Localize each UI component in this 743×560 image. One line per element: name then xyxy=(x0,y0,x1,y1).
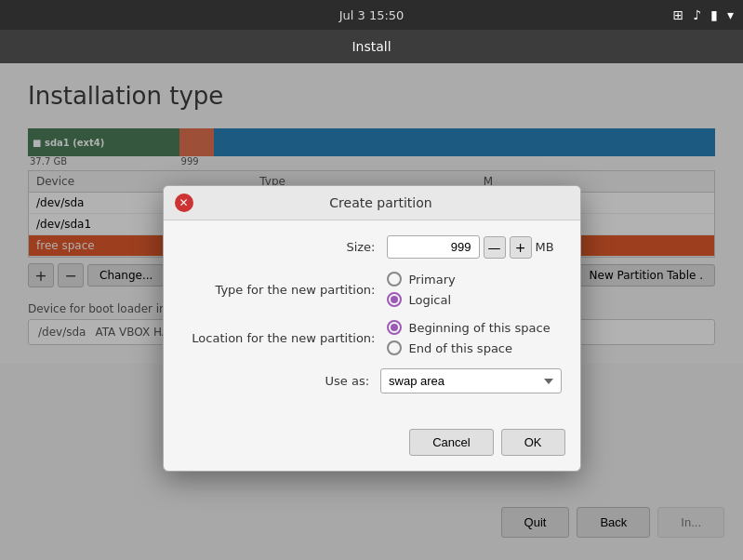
titlebar: Install xyxy=(0,30,743,63)
size-input[interactable] xyxy=(387,235,480,259)
modal-close-button[interactable]: ✕ xyxy=(175,193,193,212)
type-logical-label: Logical xyxy=(409,293,452,307)
type-radio-group: Primary Logical xyxy=(387,272,456,307)
modal-footer: Cancel OK xyxy=(164,421,580,471)
modal-body: Size: — + MB Type for the new partition: xyxy=(164,220,580,421)
network-icon[interactable]: ⊞ xyxy=(673,7,684,22)
location-label: Location for the new partition: xyxy=(182,331,387,345)
location-beginning-radio[interactable] xyxy=(387,320,402,335)
modal-overlay: ✕ Create partition Size: — + MB xyxy=(0,63,743,560)
size-unit-label: MB xyxy=(536,240,554,254)
location-beginning-option[interactable]: Beginning of this space xyxy=(387,320,551,335)
location-end-option[interactable]: End of this space xyxy=(387,340,551,355)
use-as-row: Use as: swap area Ext4 journaling file s… xyxy=(182,368,562,393)
location-radio-group: Beginning of this space End of this spac… xyxy=(387,320,551,355)
type-primary-option[interactable]: Primary xyxy=(387,272,456,287)
location-end-label: End of this space xyxy=(409,341,513,355)
create-partition-dialog: ✕ Create partition Size: — + MB xyxy=(163,185,581,472)
size-decrement-button[interactable]: — xyxy=(484,236,506,259)
cancel-button[interactable]: Cancel xyxy=(409,429,493,456)
partition-type-row: Type for the new partition: Primary Logi… xyxy=(182,272,562,307)
location-beginning-label: Beginning of this space xyxy=(409,321,551,335)
modal-title: Create partition xyxy=(193,195,569,210)
size-increment-button[interactable]: + xyxy=(510,236,532,259)
size-controls: — + MB xyxy=(387,235,562,259)
topbar-icons: ⊞ ♪ ▮ ▾ xyxy=(673,7,734,22)
location-end-radio[interactable] xyxy=(387,340,402,355)
ok-button[interactable]: OK xyxy=(501,429,565,456)
topbar: Jul 3 15:50 ⊞ ♪ ▮ ▾ xyxy=(0,0,743,30)
modal-header: ✕ Create partition xyxy=(164,186,580,220)
content-wrapper: Installation type ■ sda1 (ext4) 37.7 GB … xyxy=(0,63,743,560)
sound-icon[interactable]: ♪ xyxy=(693,7,701,22)
type-primary-label: Primary xyxy=(409,273,456,287)
size-label: Size: xyxy=(182,240,387,254)
size-row: Size: — + MB xyxy=(182,235,562,259)
window-title: Install xyxy=(352,39,391,54)
partition-location-row: Location for the new partition: Beginnin… xyxy=(182,320,562,355)
datetime: Jul 3 15:50 xyxy=(339,8,405,22)
type-primary-radio[interactable] xyxy=(387,272,402,287)
use-as-label: Use as: xyxy=(182,374,381,388)
type-label: Type for the new partition: xyxy=(182,283,387,297)
use-as-select[interactable]: swap area Ext4 journaling file system Ex… xyxy=(380,368,561,393)
type-logical-radio[interactable] xyxy=(387,292,402,307)
battery-icon: ▮ xyxy=(710,7,718,22)
dropdown-arrow-icon[interactable]: ▾ xyxy=(727,7,734,22)
type-logical-option[interactable]: Logical xyxy=(387,292,456,307)
